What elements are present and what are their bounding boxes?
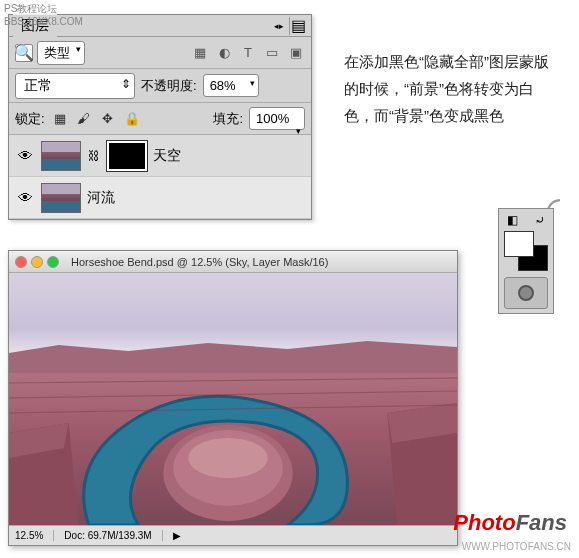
layer-row-sky[interactable]: 👁 ⛓ 天空	[9, 135, 311, 177]
document-window: Horseshoe Bend.psd @ 12.5% (Sky, Layer M…	[8, 250, 458, 546]
opacity-label: 不透明度:	[141, 77, 197, 95]
zoom-level[interactable]: 12.5%	[15, 530, 54, 541]
mask-circle-icon	[518, 285, 534, 301]
quick-mask-button[interactable]	[504, 277, 548, 309]
filter-smart-icon[interactable]: ▣	[287, 44, 305, 62]
filter-pixel-icon[interactable]: ▦	[191, 44, 209, 62]
blend-opacity-row: 正常 不透明度: 68%	[9, 69, 311, 103]
layer-list: 👁 ⛓ 天空 👁 河流	[9, 135, 311, 219]
color-swatches-panel: ◧ ⤾	[498, 208, 554, 314]
lock-pixels-icon[interactable]: 🖌	[75, 110, 93, 128]
watermark-url: WWW.PHOTOFANS.CN	[462, 541, 571, 552]
layer-filter-row: 🔍 类型 ▦ ◐ T ▭ ▣	[9, 37, 311, 69]
filter-adjust-icon[interactable]: ◐	[215, 44, 233, 62]
lock-position-icon[interactable]: ✥	[99, 110, 117, 128]
document-statusbar: 12.5% Doc: 69.7M/139.3M ▶	[9, 525, 457, 545]
layer-thumbnail[interactable]	[41, 183, 81, 213]
watermark-forum: PS教程论坛	[4, 2, 83, 16]
visibility-icon[interactable]: 👁	[15, 188, 35, 208]
layer-name-label[interactable]: 天空	[153, 147, 305, 165]
blend-mode-select[interactable]: 正常	[15, 73, 135, 99]
search-icon[interactable]: 🔍	[15, 44, 33, 62]
doc-size[interactable]: Doc: 69.7M/139.3M	[64, 530, 162, 541]
layer-mask-thumbnail[interactable]	[107, 141, 147, 171]
minimize-icon[interactable]	[31, 256, 43, 268]
visibility-icon[interactable]: 👁	[15, 146, 35, 166]
fill-input[interactable]: 100%	[249, 107, 305, 130]
filter-type-select[interactable]: 类型	[37, 41, 85, 65]
lock-all-icon[interactable]: 🔒	[123, 110, 141, 128]
collapse-icon[interactable]: ◂▸	[273, 20, 285, 32]
photofans-logo: PhotoFans	[453, 510, 567, 536]
svg-point-4	[188, 438, 268, 478]
layer-name-label[interactable]: 河流	[87, 189, 305, 207]
fill-label: 填充:	[213, 110, 243, 128]
lock-transparency-icon[interactable]: ▦	[51, 110, 69, 128]
svg-rect-0	[9, 273, 457, 353]
layer-thumbnail[interactable]	[41, 141, 81, 171]
status-arrow-icon[interactable]: ▶	[173, 530, 181, 541]
mask-link-icon[interactable]: ⛓	[87, 149, 101, 163]
swap-colors-icon[interactable]: ⤾	[533, 213, 547, 227]
instruction-text: 在添加黑色“隐藏全部”图层蒙版的时候，“前景”色将转变为白色，而“背景”色变成黑…	[344, 48, 554, 129]
close-icon[interactable]	[15, 256, 27, 268]
watermark-bbs: BBS.16XX8.COM	[4, 16, 83, 27]
document-title: Horseshoe Bend.psd @ 12.5% (Sky, Layer M…	[71, 256, 328, 268]
foreground-background-colors	[504, 231, 548, 271]
maximize-icon[interactable]	[47, 256, 59, 268]
layers-panel: 图层 ◂▸ ▤ 🔍 类型 ▦ ◐ T ▭ ▣ 正常 不透明度: 68% 锁定: …	[8, 14, 312, 220]
document-titlebar[interactable]: Horseshoe Bend.psd @ 12.5% (Sky, Layer M…	[9, 251, 457, 273]
lock-fill-row: 锁定: ▦ 🖌 ✥ 🔒 填充: 100%	[9, 103, 311, 135]
layer-row-river[interactable]: 👁 河流	[9, 177, 311, 219]
default-colors-icon[interactable]: ◧	[505, 213, 519, 227]
foreground-color-swatch[interactable]	[504, 231, 534, 257]
opacity-input[interactable]: 68%	[203, 74, 259, 97]
filter-type-icon[interactable]: T	[239, 44, 257, 62]
lock-label: 锁定:	[15, 110, 45, 128]
filter-shape-icon[interactable]: ▭	[263, 44, 281, 62]
document-canvas[interactable]	[9, 273, 457, 525]
panel-menu-icon[interactable]: ▤	[289, 17, 307, 35]
